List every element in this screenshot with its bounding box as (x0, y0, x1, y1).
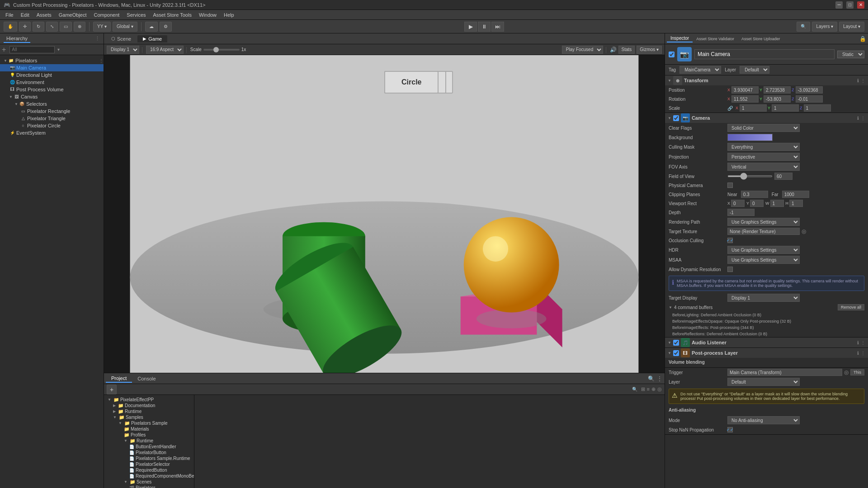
file-item-pixelators-sample[interactable]: ▼ 📁 Pixelators Sample (106, 420, 192, 426)
menu-edit[interactable]: Edit (17, 11, 33, 19)
file-item-pixelators-scene[interactable]: 🎬 Pixelators (106, 485, 192, 488)
transform-rect-tool[interactable]: ▭ (60, 22, 72, 32)
menu-help[interactable]: Help (220, 11, 238, 19)
vol-layer-select[interactable]: Default (727, 378, 800, 386)
pos-y-input[interactable] (764, 86, 791, 94)
fov-slider[interactable] (727, 175, 773, 177)
proj-icon3[interactable]: ⊕ (651, 386, 656, 392)
maximize-button[interactable]: □ (846, 1, 854, 9)
trigger-input[interactable] (727, 369, 842, 376)
play-button[interactable]: ▶ (464, 22, 477, 32)
transform-move-tool[interactable]: ✛ (19, 22, 31, 32)
step-button[interactable]: ⏭ (491, 22, 504, 32)
fov-input[interactable] (774, 173, 793, 180)
rot-x-input[interactable] (731, 95, 759, 103)
layer-select[interactable]: Default (740, 66, 769, 74)
tab-project[interactable]: Project (106, 375, 132, 383)
tree-item-directional-light[interactable]: 💡 Directional Light (0, 71, 104, 79)
tree-item-main-camera[interactable]: 📷 Main Camera (0, 64, 104, 71)
object-active-checkbox[interactable] (669, 52, 675, 57)
collab-settings[interactable]: ⚙ (160, 22, 172, 32)
transform-rotate-tool[interactable]: ↻ (33, 22, 44, 32)
menu-assets[interactable]: Assets (33, 11, 55, 19)
tab-inspector[interactable]: Inspector (667, 35, 693, 42)
transform-info-btn[interactable]: ℹ (857, 78, 859, 83)
file-item-pixelator-selector[interactable]: 📄 PixelatorSelector (106, 461, 192, 467)
file-item-button-event-handler[interactable]: 📄 ButtonEventHandler (106, 444, 192, 450)
transform-all-tool[interactable]: ⊕ (74, 22, 85, 32)
audio-listener-header[interactable]: ▼ 🎵 Audio Listener ℹ ⋮ (665, 338, 868, 347)
file-item-required-component[interactable]: 📄 RequiredComponentMonoBehaviour (106, 473, 192, 479)
viewport-h-input[interactable] (789, 200, 803, 207)
transform-header[interactable]: ▼ ⊕ Transform ℹ ⋮ (665, 75, 868, 85)
layout-dropdown[interactable]: Layout ▾ (839, 22, 864, 32)
scale-z-input[interactable] (804, 104, 831, 112)
menu-gameobject[interactable]: GameObject (55, 11, 90, 19)
global-toggle[interactable]: Global ▾ (113, 22, 137, 32)
hierarchy-search-input[interactable] (9, 46, 55, 53)
pivot-toggle[interactable]: YY ▾ (93, 22, 111, 32)
menu-file[interactable]: File (2, 11, 17, 19)
camera-comp-header[interactable]: ▼ 📷 Camera ℹ ⋮ (665, 113, 868, 123)
viewport-x-input[interactable] (731, 200, 745, 207)
pause-button[interactable]: ⏸ (478, 22, 491, 32)
aspect-select[interactable]: 16:9 Aspect (146, 46, 184, 54)
file-item-runtime[interactable]: ▶ 📁 Runtime (106, 408, 192, 414)
file-item-documentation[interactable]: ▶ 📁 Documentation (106, 403, 192, 408)
culling-mask-select[interactable]: Everything (727, 143, 800, 151)
file-item-pixelators-sample-runtime[interactable]: 📄 Pixelators Sample.Runtime (106, 455, 192, 461)
aa-mode-select[interactable]: No Anti-aliasing (727, 416, 800, 424)
project-menu[interactable]: ⋮ (656, 375, 663, 382)
proj-icon2[interactable]: ≡ (647, 386, 650, 392)
close-button[interactable]: ✕ (857, 1, 864, 9)
rot-y-input[interactable] (764, 95, 791, 103)
file-item-scenes[interactable]: ▼ 📁 Scenes (106, 479, 192, 485)
far-input[interactable] (782, 191, 809, 198)
tab-console[interactable]: Console (132, 375, 161, 382)
menu-window[interactable]: Window (195, 11, 220, 19)
hdr-select[interactable]: Use Graphics Settings (727, 246, 800, 254)
hierarchy-menu-icon[interactable]: ⋮ (95, 36, 100, 42)
file-item-pixelate-effect-pp[interactable]: ▼ 📁 PixelateEffectPP (106, 397, 192, 403)
camera-info-btn[interactable]: ℹ (857, 116, 859, 121)
proj-icon4[interactable]: ◎ (657, 386, 662, 392)
audio-menu-btn[interactable]: ⋮ (861, 340, 865, 345)
pp-info-btn[interactable]: ℹ (857, 351, 859, 356)
file-item-pixelator-button[interactable]: 📄 PixelatorButton (106, 450, 192, 455)
allow-dynamic-resolution-checkbox[interactable] (727, 267, 733, 272)
target-display-select[interactable]: Display 1 (727, 294, 800, 302)
file-item-runtime2[interactable]: ▼ 📁 Runtime (106, 438, 192, 444)
file-item-materials[interactable]: 📁 Materials (106, 426, 192, 432)
clear-flags-select[interactable]: Solid Color (727, 124, 800, 132)
menu-component[interactable]: Component (90, 11, 123, 19)
depth-input[interactable] (727, 209, 755, 216)
scale-slider[interactable] (203, 49, 240, 51)
pos-x-input[interactable] (731, 86, 759, 94)
msaa-select[interactable]: Use Graphics Settings (727, 256, 800, 264)
tab-game[interactable]: ▶ Game (137, 35, 167, 42)
remove-all-button[interactable]: Remove all (838, 304, 864, 310)
tree-item-selectors[interactable]: ▼ 📦 Selectors (0, 100, 104, 108)
proj-icon1[interactable]: ⊞ (641, 386, 645, 392)
project-search-icon[interactable]: 🔍 (648, 375, 655, 382)
cloud-button[interactable]: ☁ (145, 22, 158, 32)
minimize-button[interactable]: ─ (835, 1, 843, 9)
audio-listener-enabled[interactable] (673, 340, 679, 346)
play-focused-select[interactable]: Play Focused (562, 46, 603, 54)
rot-z-input[interactable] (796, 95, 823, 103)
tab-asset-store-uploader[interactable]: Asset Store Uploader (738, 36, 784, 42)
hierarchy-add-button[interactable]: + (2, 46, 6, 54)
file-item-profiles[interactable]: 📁 Profiles (106, 432, 192, 438)
tree-item-post-process-volume[interactable]: 🎞 Post Process Volume (0, 86, 104, 93)
occlusion-culling-checkbox[interactable]: ✓ (727, 238, 733, 243)
pp-layer-header[interactable]: ▼ 🎞 Post-process Layer ℹ ⋮ (665, 348, 868, 358)
display-select[interactable]: Display 1 (107, 46, 139, 54)
tab-scene[interactable]: ⬡ Scene (106, 35, 137, 42)
tree-item-pixelator-circle[interactable]: ○ Pixelator Circle (0, 122, 104, 129)
static-select[interactable]: Static (837, 51, 864, 58)
tree-item-environment[interactable]: 🌐 Environment (0, 79, 104, 86)
tree-item-event-system[interactable]: ⚡ EventSystem (0, 129, 104, 136)
pp-layer-enabled-checkbox[interactable] (673, 350, 679, 356)
tab-asset-store-validator[interactable]: Asset Store Validator (693, 36, 738, 42)
transform-hand-tool[interactable]: ✋ (4, 22, 17, 32)
